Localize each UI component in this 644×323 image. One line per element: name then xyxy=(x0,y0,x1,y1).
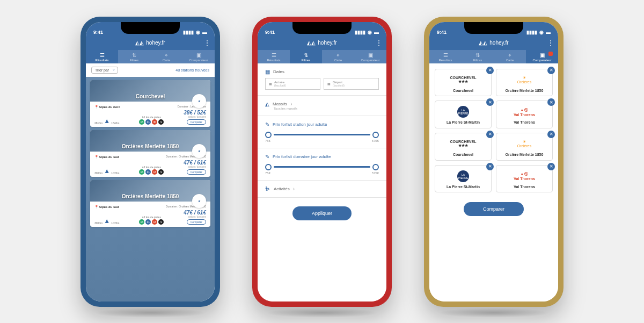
compare-card[interactable]: ✕ LA PIERRE La Pierre St-Martin xyxy=(435,165,492,193)
station-name: Courchevel xyxy=(437,89,489,93)
compare-card[interactable]: ✕ ● ⓋVal Thorens Val Thorens xyxy=(496,101,553,128)
price: 47€ / 61€ xyxy=(184,210,206,216)
calendar-icon: ▦ xyxy=(269,82,272,85)
mountain-icon: ▲ xyxy=(104,167,110,175)
compare-card[interactable]: ✕ ☀Orcières Orcière Merlette 1850 xyxy=(496,69,553,97)
tab-comparateur[interactable]: ▣Comparateur xyxy=(354,50,386,63)
station-name: Orcières Merlette 1850 xyxy=(122,143,179,149)
pistes: 42 km de pistes 16 11 13 9 xyxy=(139,216,164,225)
app-header: ◭◭ hohey.fr ⋮ xyxy=(429,36,558,50)
close-icon[interactable]: ✕ xyxy=(547,67,555,74)
app-header: ◭◭ hohey.fr ⋮ xyxy=(258,36,386,50)
compare-card[interactable]: ✕ COURCHEVEL★★★ Courchevel xyxy=(435,69,492,97)
logo-icon: ◭◭ xyxy=(307,40,316,46)
close-icon[interactable]: ✕ xyxy=(547,131,555,138)
wifi-icon: ◉ xyxy=(368,30,372,35)
altitudes: 3000m▲1070m xyxy=(94,167,119,175)
compare-icon: ▣ xyxy=(182,53,215,58)
station-logo: ★ xyxy=(192,194,206,208)
station-logo: COURCHEVEL★★★ xyxy=(437,74,489,87)
logo-icon: ◭◭ xyxy=(479,40,487,46)
battery-icon: ▬ xyxy=(374,30,379,35)
more-icon[interactable]: ⋮ xyxy=(376,39,381,47)
close-icon[interactable]: ✕ xyxy=(486,67,494,74)
apply-button[interactable]: Appliquer xyxy=(292,206,352,220)
more-icon[interactable]: ⋮ xyxy=(547,39,553,47)
station-logo: ● ⓋVal Thorens xyxy=(499,170,550,183)
depart-input[interactable]: ▦Départ(facultatif) xyxy=(324,78,379,90)
compare-card[interactable]: ✕ LA PIERRE La Pierre St-Martin xyxy=(435,101,492,128)
compare-button[interactable]: Comparer xyxy=(464,202,524,216)
signal-icon: ▮▮▮▮ xyxy=(526,30,537,35)
pill-blue: 11 xyxy=(145,119,151,125)
more-icon[interactable]: ⋮ xyxy=(204,39,209,47)
price-sub: station / domaine xyxy=(184,216,206,218)
station-logo: COURCHEVEL★★★ xyxy=(437,138,489,150)
card-compare-button[interactable]: Comparer xyxy=(187,119,206,125)
close-icon[interactable]: ✕ xyxy=(486,163,494,170)
tab-comparateur[interactable]: ▣Comparateur xyxy=(182,50,215,63)
calendar-icon: ▦ xyxy=(265,69,270,75)
card-compare-button[interactable]: Comparer xyxy=(187,169,206,175)
tab-comparateur[interactable]: ▣Comparateur xyxy=(526,50,558,63)
status-time: 9:41 xyxy=(437,30,447,35)
chevron-right-icon: › xyxy=(290,101,292,107)
tab-resultats[interactable]: ☰Résultats xyxy=(429,50,462,63)
close-icon[interactable]: ✕ xyxy=(547,98,555,106)
result-card[interactable]: Orcières Merlette 1850 ★ 📍Alpes du sud D… xyxy=(90,180,210,227)
close-icon[interactable]: ✕ xyxy=(547,163,555,170)
station-name: Orcières Merlette 1850 xyxy=(122,193,179,199)
tab-resultats[interactable]: ☰Résultats xyxy=(258,50,290,63)
card-compare-button[interactable]: Comparer xyxy=(187,219,206,225)
app-title: hohey.fr xyxy=(489,40,508,46)
station-name: Orcière Merlette 1850 xyxy=(499,89,550,93)
pill-blue: 11 xyxy=(145,219,151,225)
close-icon[interactable]: ✕ xyxy=(486,131,494,138)
station-name: Val Thorens xyxy=(499,185,550,189)
phone-comparator: 9:41 ▮▮▮▮◉▬ ◭◭ hohey.fr ⋮ ☰Résultats ⇅Fi… xyxy=(424,17,564,307)
compare-card[interactable]: ✕ ☀Orcières Orcière Merlette 1850 xyxy=(496,133,553,161)
price: 47€ / 61€ xyxy=(184,160,206,166)
pill-red: 13 xyxy=(152,219,157,225)
tab-filtres[interactable]: ⇅Filtres xyxy=(462,50,494,63)
result-card[interactable]: Courchevel ★ 📍Alpes du nord Domaine : Le… xyxy=(90,80,210,127)
station-logo: ☀Orcières xyxy=(499,74,550,87)
tab-filtres[interactable]: ⇅Filtres xyxy=(290,50,322,63)
tab-carte[interactable]: ⌖Carte xyxy=(494,50,526,63)
close-icon[interactable]: ✕ xyxy=(486,98,494,106)
tab-filtres[interactable]: ⇅Filtres xyxy=(118,50,150,63)
signal-icon: ▮▮▮▮ xyxy=(183,30,194,35)
pill-green: 16 xyxy=(139,219,144,225)
slider-domaine[interactable] xyxy=(265,164,379,170)
card-hero: Courchevel ★ xyxy=(90,80,210,102)
arrive-input[interactable]: ▦Arrivée(facultatif) xyxy=(265,78,320,90)
result-card[interactable]: Orcières Merlette 1850 ★ 📍Alpes du sud D… xyxy=(90,130,210,177)
compare-card[interactable]: ✕ COURCHEVEL★★★ Courchevel xyxy=(435,133,492,161)
mountain-icon: ▲ xyxy=(104,217,110,225)
signal-icon: ▮▮▮▮ xyxy=(355,30,365,35)
logo-icon: ◭◭ xyxy=(135,40,144,46)
sort-dropdown[interactable]: Trier par xyxy=(91,67,118,74)
filter-activites[interactable]: ⛷Activités› xyxy=(258,181,386,198)
station-logo: ★ xyxy=(192,94,206,108)
pin-icon: 📍 xyxy=(94,105,98,109)
slider-station[interactable] xyxy=(265,132,379,138)
filter-icon: ⇅ xyxy=(290,53,322,58)
tab-resultats[interactable]: ☰Résultats xyxy=(86,50,118,63)
compare-icon: ▣ xyxy=(526,53,558,58)
pin-icon: ⌖ xyxy=(322,53,354,58)
station-logo: ☀Orcières xyxy=(499,138,550,150)
tab-carte[interactable]: ⌖Carte xyxy=(150,50,182,63)
station-name: Val Thorens xyxy=(499,120,550,125)
compare-card[interactable]: ✕ ● ⓋVal Thorens Val Thorens xyxy=(496,165,553,193)
mountain-icon: ◭ xyxy=(265,101,269,107)
compare-icon: ▣ xyxy=(354,53,386,58)
mountain-icon: ▲ xyxy=(104,117,110,125)
pill-red: 30 xyxy=(152,119,157,125)
pill-blue: 11 xyxy=(145,169,151,175)
tab-carte[interactable]: ⌖Carte xyxy=(322,50,354,63)
app-title: hohey.fr xyxy=(318,40,336,46)
status-time: 9:41 xyxy=(93,30,103,35)
filter-massifs[interactable]: ◭Massifs› Tous les massifs xyxy=(258,96,386,116)
tag-icon: ✎ xyxy=(265,154,269,160)
